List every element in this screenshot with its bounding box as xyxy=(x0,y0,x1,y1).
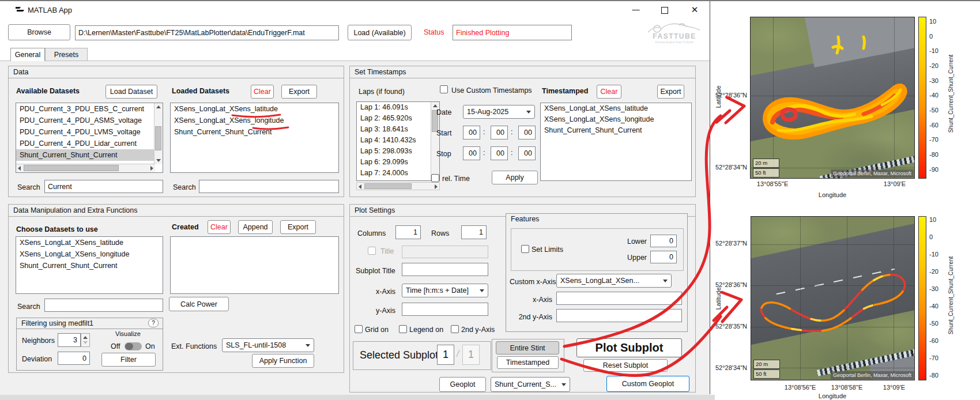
custom-x-axis-dropdown[interactable]: XSens_LongLat_XSen... xyxy=(556,274,672,288)
timestamped-list[interactable]: XSens_LongLat_XSens_latitude XSens_LongL… xyxy=(540,103,692,181)
append-button[interactable]: Append xyxy=(238,220,273,234)
custom-geoplot-button[interactable]: Custom Geoplot xyxy=(606,376,689,392)
loaded-search-input[interactable] xyxy=(199,180,339,193)
legend-on-checkbox[interactable] xyxy=(399,325,407,333)
reset-subplot-button[interactable]: Reset Subplot xyxy=(583,359,668,372)
list-item[interactable]: Shunt_Current_Shunt_Current xyxy=(16,260,163,271)
set-limits-checkbox[interactable] xyxy=(521,245,529,253)
geoplot-button[interactable]: Geoplot xyxy=(439,377,486,392)
subplot-index-field[interactable]: 1 xyxy=(437,345,454,365)
loaded-export-button[interactable]: Export xyxy=(281,85,317,99)
list-item[interactable]: XSens_LongLat_XSens_latitude xyxy=(171,103,338,115)
horizontal-scrollbar[interactable] xyxy=(16,164,155,172)
list-item[interactable]: XSens_LongLat_XSens_longitude xyxy=(171,115,338,126)
timestamped-export-button[interactable]: Export xyxy=(657,85,684,99)
features-2nd-y-axis-field[interactable] xyxy=(556,309,682,322)
list-item[interactable]: Lap 4: 1410.432s xyxy=(357,135,432,146)
list-item[interactable]: XSens_LongLat_XSens_latitude xyxy=(541,103,691,114)
start-second-field[interactable]: 00 xyxy=(518,126,536,139)
list-item[interactable]: XSens_LongLat_XSens_latitude xyxy=(16,237,163,248)
list-item[interactable]: Lap 5: 298.093s xyxy=(357,146,432,157)
use-custom-timestamps-checkbox[interactable] xyxy=(440,85,448,93)
list-item[interactable]: PDU_Current_4_PDU_Lidar_current xyxy=(16,138,155,149)
available-search-input[interactable]: Current xyxy=(44,180,163,193)
subplot-title-field[interactable] xyxy=(402,263,488,276)
visualize-toggle[interactable] xyxy=(125,342,142,350)
plot-subplot-button[interactable]: Plot Subplot xyxy=(576,338,682,357)
vertical-scrollbar[interactable] xyxy=(154,103,163,164)
entire-stint-button[interactable]: Entire Stint xyxy=(496,341,559,354)
geoplot-figure-bottom[interactable]: 20 m 50 ft Geoportal Berlin, Maxar, Micr… xyxy=(751,216,915,380)
toggle-off-label: Off xyxy=(111,342,120,350)
created-list[interactable] xyxy=(170,236,339,294)
start-minute-field[interactable]: 00 xyxy=(491,126,508,139)
list-item[interactable]: PDU_Current_3_PDU_EBS_C_current xyxy=(16,103,155,115)
choose-datasets-list[interactable]: XSens_LongLat_XSens_latitude XSens_LongL… xyxy=(16,236,163,294)
choose-search-input[interactable] xyxy=(44,299,163,312)
list-item[interactable]: Lap 6: 29.099s xyxy=(357,157,432,168)
x-axis-dropdown[interactable]: Time [h:m:s + Date] xyxy=(402,284,488,297)
list-item[interactable]: Shunt_Current_Shunt_Current xyxy=(541,125,691,136)
tab-general[interactable]: General xyxy=(10,48,45,61)
created-export-button[interactable]: Export xyxy=(280,220,316,234)
rows-field[interactable]: 1 xyxy=(461,225,487,239)
list-item[interactable]: Lap 7: 24.000s xyxy=(357,168,432,179)
help-button[interactable]: ? xyxy=(148,319,159,327)
timestamped-clear-button[interactable]: Clear xyxy=(597,85,621,99)
stop-minute-field[interactable]: 00 xyxy=(491,146,508,160)
timestamped-button[interactable]: Timestamped xyxy=(497,356,559,369)
list-item[interactable]: Lap 3: 18.641s xyxy=(357,124,432,135)
filter-button[interactable]: Filter xyxy=(101,353,156,367)
upper-field[interactable]: 0 xyxy=(650,251,677,263)
tab-presets[interactable]: Presets xyxy=(45,48,88,61)
created-clear-button[interactable]: Clear xyxy=(208,220,231,234)
list-item[interactable]: Lap 1: 46.091s xyxy=(357,102,432,113)
y-tick: 52°28'37"N xyxy=(709,240,747,247)
ext-functions-dropdown[interactable]: SLS_FL-until-1508 xyxy=(222,338,314,352)
available-datasets-list[interactable]: PDU_Current_3_PDU_EBS_C_current PDU_Curr… xyxy=(16,103,163,173)
minimize-button[interactable]: — xyxy=(626,3,646,16)
lower-field[interactable]: 0 xyxy=(650,235,677,247)
grid-on-checkbox[interactable] xyxy=(355,325,363,333)
list-item[interactable]: XSens_LongLat_XSens_longitude xyxy=(541,114,691,125)
file-path-field[interactable]: D:\Lernen\Master\Fasttube\FT25\MatLabPlo… xyxy=(75,25,339,40)
list-item[interactable]: PDU_Current_4_PDU_ASMS_voltage xyxy=(16,115,155,126)
neighbors-field[interactable]: 3 xyxy=(58,333,81,347)
list-item[interactable]: Lap 2: 465.920s xyxy=(357,113,432,124)
colorbar-tick: 0 xyxy=(929,233,933,240)
features-x-axis-field[interactable] xyxy=(556,292,682,305)
scrollbar-thumb[interactable] xyxy=(155,126,161,150)
maximize-button[interactable] xyxy=(655,3,674,16)
geoplot-figure-top[interactable]: 20 m 50 ft Geoportal Berlin, Maxar, Micr… xyxy=(750,17,915,179)
deviation-field[interactable]: 0 xyxy=(58,352,90,365)
columns-field[interactable]: 1 xyxy=(395,225,421,239)
rel-time-checkbox[interactable] xyxy=(431,174,439,182)
date-dropdown[interactable]: 15-Aug-2025 xyxy=(463,105,535,119)
scrollbar-thumb[interactable] xyxy=(364,183,412,189)
load-dataset-button[interactable]: Load Dataset xyxy=(105,85,157,99)
loaded-clear-button[interactable]: Clear xyxy=(251,85,274,99)
close-button[interactable]: ✕ xyxy=(685,3,704,16)
calc-power-button[interactable]: Calc Power xyxy=(169,297,229,311)
loaded-datasets-list[interactable]: XSens_LongLat_XSens_latitude XSens_LongL… xyxy=(170,103,339,173)
list-item-selected[interactable]: Shunt_Current_Shunt_Current xyxy=(16,149,155,161)
browse-button[interactable]: Browse xyxy=(8,24,70,40)
title-checkbox[interactable] xyxy=(368,247,376,255)
start-hour-field[interactable]: 00 xyxy=(463,126,480,139)
scale-bar-metric: 20 m xyxy=(753,360,780,369)
laps-horizontal-scrollbar[interactable] xyxy=(356,182,440,190)
laps-list[interactable]: Lap 1: 46.091s Lap 2: 465.920s Lap 3: 18… xyxy=(356,101,440,181)
apply-button[interactable]: Apply xyxy=(492,171,538,184)
second-y-axis-checkbox[interactable] xyxy=(451,325,459,333)
list-item[interactable]: XSens_LongLat_XSens_longitude xyxy=(16,248,163,260)
apply-function-button[interactable]: Apply Function xyxy=(252,354,314,368)
geoplot-dataset-dropdown[interactable]: Shunt_Current_S... xyxy=(491,377,570,392)
y-axis-field[interactable] xyxy=(402,303,488,316)
scrollbar-thumb[interactable] xyxy=(24,165,119,171)
stop-second-field[interactable]: 00 xyxy=(518,146,536,160)
list-item[interactable]: Shunt_Current_Shunt_Current xyxy=(171,126,338,138)
load-available-button[interactable]: Load (Available) xyxy=(348,25,412,40)
neighbors-stepper[interactable] xyxy=(81,333,90,347)
stop-hour-field[interactable]: 00 xyxy=(463,146,480,160)
list-item[interactable]: PDU_Current_4_PDU_LVMS_voltage xyxy=(16,126,155,138)
